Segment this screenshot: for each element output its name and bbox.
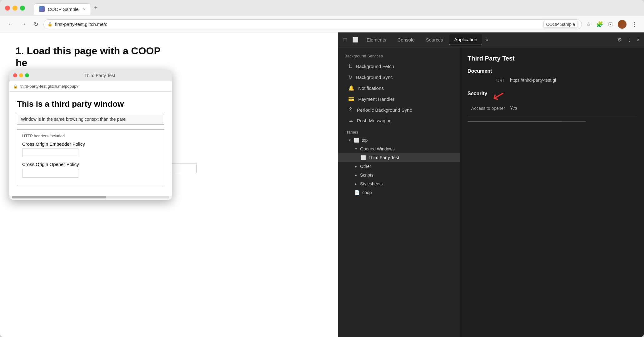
dt-nav-bg-fetch-label: Background Fetch [356,64,394,69]
new-tab-btn[interactable]: + [91,3,101,13]
back-btn[interactable]: ← [5,20,16,29]
dt-more-options-btn[interactable]: ⋮ [625,36,634,44]
address-tooltip: COOP Sample [543,21,578,28]
popup-max-btn[interactable] [25,73,29,77]
popup-content: This is a third party window Window is i… [9,92,172,196]
address-bar[interactable]: 🔒 first-party-test.glitch.me/c COOP Samp… [43,19,582,29]
dt-settings-btn[interactable]: ⚙ [616,36,624,44]
dt-panel-title: Third Party Test [468,55,637,62]
popup-close-btn[interactable] [13,73,17,77]
dt-tree-scripts[interactable]: ► Scripts [338,171,460,179]
dt-url-value: https://third-party-test.gl [510,78,637,83]
address-text: first-party-test.glitch.me/c [55,22,541,27]
other-chevron-icon: ► [354,165,358,168]
dt-sidebar: Background Services ⇅ Background Fetch ↻… [338,47,460,337]
dt-tree-opened-windows-label: Opened Windows [360,146,395,151]
dt-url-label: URL [468,78,505,83]
dt-bg-services-header: Background Services [338,52,460,61]
dt-nav-periodic-sync-label: Periodic Background Sync [357,107,412,113]
dt-nav-bg-sync[interactable]: ↻ Background Sync [338,72,460,83]
maximize-traffic-light[interactable] [20,6,25,11]
scripts-chevron-icon: ► [354,173,358,177]
dt-tab-application[interactable]: Application [449,34,482,45]
popup-http-headers-box: HTTP headers included Cross Origin Embed… [17,129,164,186]
popup-coep-input[interactable] [22,149,78,157]
dt-nav-notifications[interactable]: 🔔 Notifications [338,83,460,94]
dt-tree-other-label: Other [360,164,371,169]
dt-tab-console[interactable]: Console [393,35,420,45]
dt-progress-bar [468,121,586,122]
popup-min-btn[interactable] [19,73,23,77]
close-traffic-light[interactable] [5,6,10,11]
popup-window: Third Party Test 🔒 third-party-test.glit… [9,70,172,200]
cast-btn[interactable]: ⊡ [606,20,615,29]
dt-nav-bg-fetch[interactable]: ⇅ Background Fetch [338,61,460,72]
popup-coop-input[interactable] [22,169,78,178]
popup-scrollbar[interactable] [12,196,169,198]
browser-content: 1. Load this page with a COOP he Cro htt… [0,32,644,337]
dt-divider [468,116,637,116]
dt-device-btn[interactable]: ⬜ [350,36,360,44]
dt-more-tabs-btn[interactable]: » [483,36,490,44]
dt-tree-top[interactable]: ▼ ⬜ top [338,136,460,144]
dt-nav-push-messaging-label: Push Messaging [357,118,392,123]
popup-lock-icon: 🔒 [13,84,18,89]
active-tab[interactable]: COOP Sample × [34,3,91,15]
popup-scrollbar-thumb [12,196,106,198]
bookmark-btn[interactable]: ☆ [584,20,593,29]
extension-btn[interactable]: 🧩 [594,20,605,29]
menu-btn[interactable]: ⋮ [630,20,639,29]
popup-title: Third Party Test [32,73,168,78]
dt-tree-coop-label: coop [362,190,372,195]
avatar-btn[interactable] [616,19,628,30]
dt-url-row: URL https://third-party-test.gl [468,78,637,83]
dt-tree-scripts-label: Scripts [360,173,374,178]
notifications-icon: 🔔 [348,85,354,91]
dt-nav-push-messaging[interactable]: ☁ Push Messaging [338,115,460,126]
main-page: 1. Load this page with a COOP he Cro htt… [0,32,338,337]
dt-tree-stylesheets[interactable]: ► Stylesheets [338,179,460,188]
coop-file-icon: 📄 [354,190,360,195]
top-chevron-icon: ▼ [348,139,351,142]
minimize-traffic-light[interactable] [12,6,17,11]
popup-address-bar: 🔒 third-party-test.glitch.me/popup? [9,81,172,92]
popup-info-box: Window is in the same browsing context t… [17,114,164,125]
dt-document-title: Document [468,68,637,74]
browser-titlebar: COOP Sample × + [0,0,644,16]
dt-tree-stylesheets-label: Stylesheets [360,181,383,186]
periodic-sync-icon: ⏱ [348,107,353,113]
tab-bar: COOP Sample × + [34,0,101,16]
popup-titlebar: Third Party Test [9,70,172,81]
forward-btn[interactable]: → [18,20,29,29]
bg-sync-icon: ↻ [348,74,352,80]
dt-tree-coop[interactable]: 📄 coop [338,188,460,197]
dt-tree-other[interactable]: ► Other [338,162,460,171]
reload-btn[interactable]: ↻ [31,20,41,29]
popup-traffic-lights [13,73,29,77]
dt-tree-third-party-label: Third Party Test [369,155,399,160]
tab-title: COOP Sample [48,7,79,12]
dt-tab-sources[interactable]: Sources [421,35,448,45]
payment-icon: 💳 [348,96,354,102]
tab-close-btn[interactable]: × [83,7,86,12]
dt-main-panel: Third Party Test Document URL https://th… [460,47,644,337]
dt-tree-third-party[interactable]: ⬜ Third Party Test [338,153,460,162]
dt-access-opener-row: Access to opener Yes [468,105,637,111]
dt-nav-periodic-sync[interactable]: ⏱ Periodic Background Sync [338,105,460,115]
dt-tree-top-label: top [362,138,368,143]
push-messaging-icon: ☁ [348,118,353,124]
dt-tab-elements[interactable]: Elements [362,35,391,45]
dt-inspect-btn[interactable]: ⬚ [341,36,349,44]
nav-bar: ← → ↻ 🔒 first-party-test.glitch.me/c COO… [0,16,644,32]
dt-close-btn[interactable]: × [635,36,642,44]
stylesheets-chevron-icon: ► [354,182,358,186]
dt-security-title: Security [468,91,487,96]
nav-actions: ☆ 🧩 ⊡ ⋮ [584,19,639,30]
popup-coep-label: Cross Origin Embedder Policy [22,141,159,147]
dt-tree-opened-windows[interactable]: ▼ Opened Windows [338,144,460,153]
dt-nav-payment[interactable]: 💳 Payment Handler [338,94,460,105]
popup-address-text: third-party-test.glitch.me/popup? [20,84,78,89]
third-party-frame-icon: ⬜ [361,155,366,160]
popup-coop-label: Cross Origin Opener Policy [22,162,159,167]
popup-http-headers-legend: HTTP headers included [22,134,159,138]
